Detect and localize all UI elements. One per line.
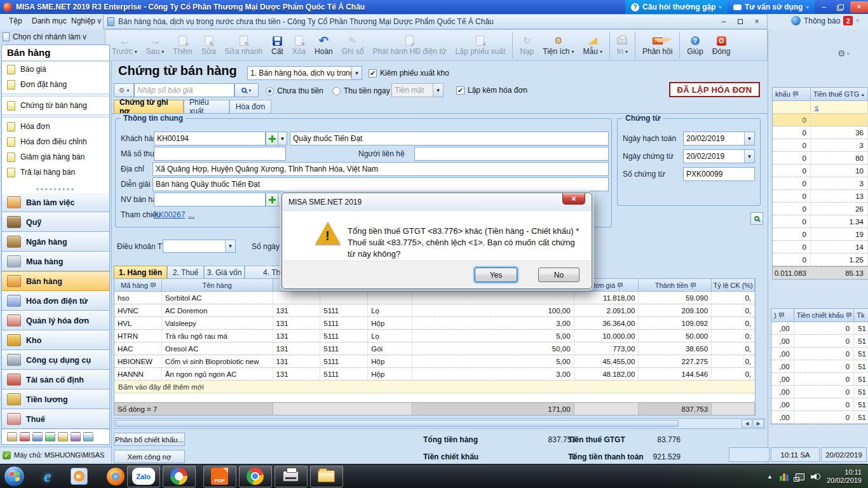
search-button[interactable]: ▾ [234, 83, 259, 97]
volume-icon[interactable] [811, 473, 820, 481]
table-row[interactable]: ,00051 [771, 335, 868, 348]
sidebar-nav-cong-cu-dung-cu[interactable]: Công cụ dụng cụ [2, 350, 109, 370]
sidebar-nav-tai-san-co-dinh[interactable]: Tài sản cố định [2, 370, 109, 390]
toolbar-sua-button[interactable]: Sửa [197, 30, 220, 60]
notification-button[interactable]: Thông báo 2 ˅ [791, 16, 859, 25]
toolbar-xoa-button[interactable]: Xóa [288, 30, 310, 60]
tax-code-field[interactable] [154, 147, 286, 161]
no-button[interactable]: No [538, 268, 580, 282]
toolbar-hoan-button[interactable]: Hoàn [310, 30, 337, 60]
table-row[interactable]: 0 [773, 114, 868, 126]
checkbox-checked-icon[interactable] [456, 86, 465, 95]
customer-code-field[interactable] [154, 132, 266, 146]
toolbar-dong-button[interactable]: Đóng [708, 30, 735, 60]
column-header-tien-thue[interactable]: Tiền thuế GTG▲ [811, 88, 868, 100]
calculator-icon[interactable] [7, 432, 17, 442]
sidebar-nav-mua-hang[interactable]: Mua hàng [2, 252, 109, 271]
branch-icon[interactable] [71, 432, 81, 442]
view-debt-button[interactable]: Xem công nợ [114, 450, 185, 463]
column-header-tien-chiet-khau[interactable]: Tiền chiết khấu [794, 309, 855, 322]
sidebar-nav-quan-ly-hoa-don[interactable]: Quản lý hóa đơn [2, 311, 109, 330]
document-date-select[interactable]: 20/02/2019 ▼ [683, 149, 755, 163]
reference-link[interactable]: XK00267 [154, 210, 185, 219]
sidebar-nav-quy[interactable]: Quỹ [2, 212, 109, 232]
chevron-down-icon[interactable]: ▼ [744, 132, 754, 145]
minimize-button[interactable]: – [816, 1, 832, 13]
dropdown-arrow-icon[interactable]: ▾ [135, 49, 137, 55]
customer-dropdown-button[interactable]: ▼ [278, 132, 287, 146]
table-row[interactable]: ,00051 [771, 348, 868, 360]
column-header-ty-le-ck[interactable]: Tỷ lệ CK (%) [712, 279, 755, 291]
restore-button[interactable] [833, 1, 849, 13]
sidebar-nav-tien-luong[interactable]: Tiền lương [2, 390, 109, 409]
tab-chung-tu-ghi-no[interactable]: Chứng từ ghi nợ [114, 100, 184, 113]
scroll-left-icon[interactable]: ◀ [742, 419, 752, 428]
grid-tab-2-thue[interactable]: 2. Thuế [167, 266, 204, 278]
taskbar-zalo-button[interactable]: Zalo [127, 466, 160, 487]
toolbar-phan-hoi-button[interactable]: Phản hồi [638, 30, 677, 60]
tray-clock[interactable]: 10:11 20/02/2019 [827, 468, 862, 485]
pin-icon[interactable] [150, 282, 155, 288]
doc-close-button[interactable]: × [750, 17, 763, 26]
scroll-right-icon[interactable]: ▶ [753, 419, 764, 428]
table-row[interactable]: 03 [773, 139, 868, 152]
table-row[interactable]: HACOresol AC1315111Gói50,00773,0038.6500… [114, 342, 755, 355]
document-type-select[interactable]: 1. Bán hàng hóa, dịch vụ trong nước ▼ [247, 66, 362, 80]
toolbar-lap-phieu-xuat-button[interactable]: Lập phiếu xuất [451, 30, 510, 60]
toolbar-tien-ich-button[interactable]: Tiện ích▾ [538, 30, 578, 60]
sidebar-nav-kho[interactable]: Kho [2, 330, 109, 350]
document-window-titlebar[interactable]: Bán hàng hóa, dịch vụ trong nước chưa th… [103, 14, 768, 29]
faq-button[interactable]: ? Câu hỏi thường gặp ˅ [625, 0, 728, 14]
address-field[interactable] [153, 162, 609, 176]
sidebar-item-chung-tu-ban-hang[interactable]: Chứng từ bán hàng [2, 98, 109, 113]
table-row[interactable]: HANNNĂn ngon ngủ ngon AC1315111Hộp3,0048… [114, 368, 755, 381]
lap-kem-hoa-don-checkbox[interactable]: Lập kèm hóa đơn [456, 86, 527, 95]
schedule-icon[interactable] [32, 432, 43, 442]
sidebar-item-hoa-don[interactable]: Hóa đơn [2, 119, 109, 134]
contact-field[interactable] [414, 147, 609, 161]
horizontal-scrollbar[interactable]: ◀ ▶ [114, 418, 765, 429]
column-header-partial[interactable]: ) [771, 309, 794, 322]
menu-danh-muc[interactable]: Danh mục [32, 17, 67, 25]
ledger-icon[interactable] [20, 432, 30, 442]
table-row[interactable]: HTRNTrà râu ngô rau má1315111Lọ5,0010.00… [114, 330, 755, 342]
table-row[interactable]: 01.34 [773, 215, 868, 228]
tray-expand-icon[interactable]: ▲ [767, 473, 773, 480]
scrollbar-thumb[interactable] [116, 420, 679, 427]
pin-icon[interactable] [778, 312, 783, 318]
toolbar-in-button[interactable]: In▾ [613, 30, 632, 60]
chua-thu-tien-radio[interactable]: Chưa thu tiền [266, 86, 323, 95]
planner-icon[interactable] [83, 432, 93, 442]
kiem-phieu-xuat-kho-checkbox[interactable]: Kiêm phiếu xuất kho [369, 69, 449, 78]
sidebar-nav-ban-lam-viec[interactable]: Bàn làm việc [2, 193, 109, 212]
add-new-row[interactable]: Bấm vào đây để thêm mới [114, 381, 755, 393]
sidebar-nav-ngan-hang[interactable]: Ngân hàng [2, 232, 109, 252]
chevron-down-icon[interactable]: ▼ [744, 150, 754, 163]
table-row[interactable]: ,00051 [771, 360, 868, 373]
dropdown-arrow-icon[interactable]: ▾ [572, 49, 574, 55]
radio-selected-icon[interactable] [266, 87, 274, 95]
toolbar-settings-button[interactable]: ⚙˅ [837, 48, 850, 58]
payment-terms-select[interactable]: ▼ [163, 240, 236, 253]
dropdown-arrow-icon[interactable]: ▾ [600, 49, 602, 55]
toolbar-cat-button[interactable]: Cất [267, 30, 288, 60]
column-header-thanh-tien[interactable]: Thành tiền [639, 279, 712, 291]
sidebar-item-giam-gia-hang-ban[interactable]: Giảm giá hàng bán [2, 149, 109, 165]
report-icon[interactable] [45, 432, 55, 442]
taskbar-coccoc-button[interactable] [163, 466, 196, 487]
toolbar-sau-button[interactable]: Sau▾ [142, 30, 168, 60]
table-row[interactable]: HVNCAC Doremon1315111Lọ100,002.091,00209… [114, 304, 755, 317]
taskbar-chrome-button[interactable] [239, 466, 272, 487]
toolbar-sua-nhanh-button[interactable]: Sửa nhanh [220, 30, 267, 60]
yes-button[interactable]: Yes [475, 268, 517, 282]
taskbar-start-button[interactable] [4, 466, 25, 487]
sidebar-nav-ban-hang[interactable]: Bán hàng [2, 271, 109, 291]
taskbar-foxit-button[interactable]: PDF [203, 466, 236, 487]
pin-icon[interactable] [690, 282, 695, 288]
search-options-button[interactable]: ⚙ ▾ [114, 83, 134, 97]
menu-tep[interactable]: Tệp [9, 17, 22, 25]
filter-operator[interactable]: ≤ [815, 104, 818, 111]
sidebar-nav-thue[interactable]: Thuế [2, 409, 109, 429]
table-row[interactable]: 01.25 [773, 254, 868, 266]
toolbar-them-button[interactable]: Thêm [168, 30, 197, 60]
